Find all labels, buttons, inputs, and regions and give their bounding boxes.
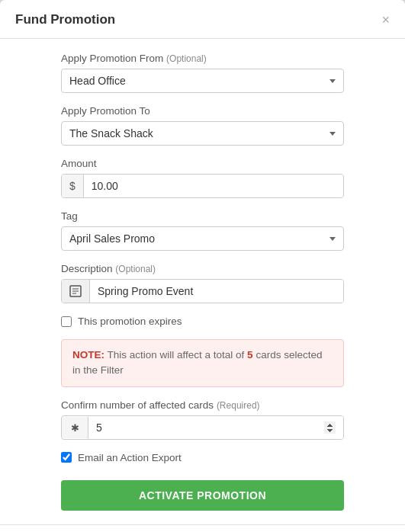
amount-prefix: $ bbox=[62, 175, 84, 197]
note-label: NOTE: bbox=[72, 349, 104, 361]
description-label: Description (Optional) bbox=[61, 263, 344, 274]
email-export-checkbox[interactable] bbox=[61, 452, 72, 463]
confirm-input-group: ✱ bbox=[61, 415, 344, 440]
description-icon bbox=[62, 280, 90, 303]
modal-footer: Close bbox=[0, 524, 405, 533]
modal-body: Apply Promotion From (Optional) Head Off… bbox=[0, 39, 405, 524]
activate-promotion-button[interactable]: ACTIVATE PROMOTION bbox=[61, 480, 344, 511]
email-export-checkbox-group: Email an Action Export bbox=[61, 452, 344, 463]
apply-to-label: Apply Promotion To bbox=[61, 105, 344, 117]
fund-promotion-modal: Fund Promotion × Apply Promotion From (O… bbox=[0, 0, 405, 532]
confirm-label: Confirm number of affected cards (Requir… bbox=[61, 399, 344, 411]
amount-label: Amount bbox=[61, 158, 344, 169]
note-count: 5 bbox=[247, 349, 253, 361]
modal-title: Fund Promotion bbox=[15, 12, 115, 27]
expires-label[interactable]: This promotion expires bbox=[78, 316, 182, 327]
description-group: Description (Optional) bbox=[61, 263, 344, 303]
amount-input-group: $ bbox=[61, 174, 344, 198]
note-box: NOTE: This action will affect a total of… bbox=[61, 339, 344, 387]
note-text: This action will affect a total of bbox=[108, 349, 248, 361]
expires-checkbox[interactable] bbox=[61, 316, 72, 327]
tag-group: Tag April Sales PromoMay Sales Promo bbox=[61, 210, 344, 251]
modal-header: Fund Promotion × bbox=[0, 0, 405, 39]
modal-close-x-button[interactable]: × bbox=[381, 13, 390, 27]
apply-from-group: Apply Promotion From (Optional) Head Off… bbox=[61, 53, 344, 93]
asterisk-icon: ✱ bbox=[62, 417, 88, 438]
tag-label: Tag bbox=[61, 210, 344, 222]
svg-text:✱: ✱ bbox=[71, 422, 79, 433]
amount-input[interactable] bbox=[84, 175, 343, 197]
tag-select[interactable]: April Sales PromoMay Sales Promo bbox=[61, 226, 344, 251]
email-export-label[interactable]: Email an Action Export bbox=[78, 452, 182, 463]
description-input[interactable] bbox=[90, 280, 343, 303]
expires-checkbox-group: This promotion expires bbox=[61, 316, 344, 327]
description-input-group bbox=[61, 279, 344, 303]
apply-from-select[interactable]: Head OfficeBranch 1Branch 2 bbox=[61, 69, 344, 93]
confirm-input[interactable] bbox=[88, 416, 343, 439]
amount-group: Amount $ bbox=[61, 158, 344, 198]
apply-to-select[interactable]: The Snack ShackOther Location bbox=[61, 121, 344, 146]
apply-to-group: Apply Promotion To The Snack ShackOther … bbox=[61, 105, 344, 146]
apply-from-label: Apply Promotion From (Optional) bbox=[61, 53, 344, 64]
confirm-group: Confirm number of affected cards (Requir… bbox=[61, 399, 344, 440]
